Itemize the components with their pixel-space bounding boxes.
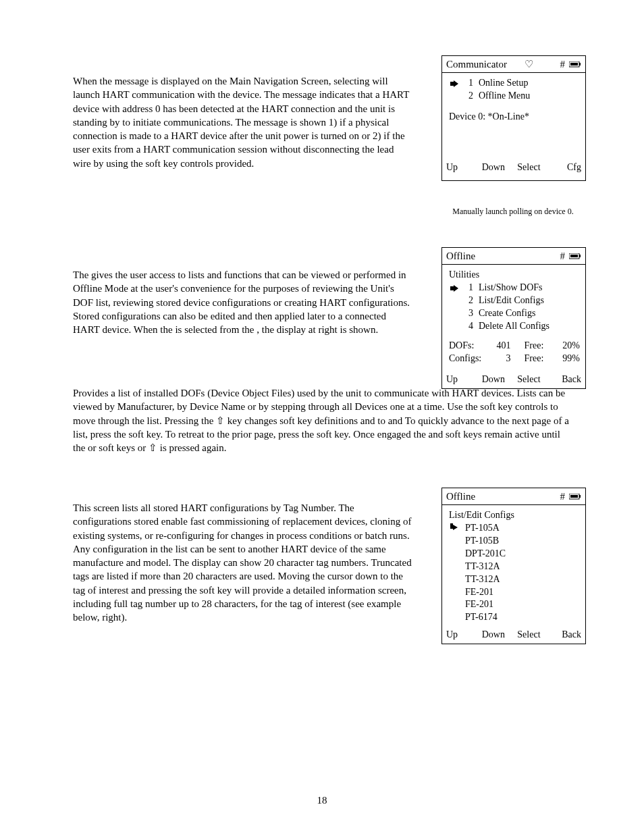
- pointer-icon: [450, 285, 460, 292]
- menu-item-online-setup[interactable]: Online Setup: [479, 77, 529, 90]
- softkey-down[interactable]: Down: [482, 373, 510, 386]
- softkey-down[interactable]: Down: [482, 161, 510, 174]
- menu-subtitle: Utilities: [448, 269, 580, 282]
- paragraph-2: The gives the user access to lists and f…: [73, 268, 414, 336]
- menu-number: 3: [465, 307, 473, 320]
- hash-symbol: #: [560, 249, 566, 263]
- hash-symbol: #: [560, 57, 566, 71]
- device-screen-communicator: Communicator ♡ # 1 Online Setup 2 Offlin…: [441, 55, 586, 181]
- svg-rect-1: [570, 63, 578, 66]
- battery-icon: [569, 249, 581, 263]
- config-item[interactable]: PT-105B: [450, 535, 580, 548]
- screen-title: Communicator: [446, 57, 520, 71]
- softkey-cfg[interactable]: Cfg: [553, 161, 581, 174]
- config-item[interactable]: DPT-201C: [450, 548, 580, 561]
- hash-symbol: #: [560, 490, 566, 503]
- menu-item-list-configs[interactable]: List/Edit Configs: [479, 294, 544, 307]
- battery-icon: [569, 490, 581, 503]
- figure-caption: Manually launch polling on device 0.: [441, 206, 585, 217]
- svg-rect-11: [570, 495, 578, 498]
- paragraph-4: This screen lists all stored HART config…: [73, 501, 414, 624]
- menu-number: 1: [465, 282, 473, 294]
- paragraph-3: Provides a list of installed DOFs (Devic…: [73, 386, 572, 454]
- menu-number: 2: [465, 294, 473, 307]
- screen-title: Offline: [446, 249, 556, 263]
- svg-rect-3: [450, 82, 454, 86]
- config-item[interactable]: TT-312A: [450, 573, 580, 586]
- device-status: Device 0: *On-Line*: [448, 111, 580, 124]
- softkey-back[interactable]: Back: [553, 629, 581, 642]
- config-item[interactable]: FE-201: [450, 598, 580, 611]
- stats-dofs: DOFs:401 Free:20%: [448, 340, 580, 353]
- pointer-icon: [450, 80, 460, 87]
- softkey-select[interactable]: Select: [517, 629, 545, 642]
- battery-icon: [569, 57, 581, 71]
- softkey-up[interactable]: Up: [446, 373, 475, 386]
- menu-number: 4: [465, 320, 473, 333]
- page-number: 18: [0, 793, 644, 807]
- menu-item-list-dofs[interactable]: List/Show DOFs: [479, 282, 543, 294]
- config-item[interactable]: PT-105A: [450, 522, 580, 535]
- paragraph-1: When the message is displayed on the Mai…: [73, 74, 414, 170]
- softkey-select[interactable]: Select: [517, 373, 545, 386]
- config-item[interactable]: FE-201: [450, 586, 580, 599]
- softkey-up[interactable]: Up: [446, 161, 475, 174]
- menu-item-create-configs[interactable]: Create Configs: [479, 307, 535, 320]
- menu-item-offline-menu[interactable]: Offline Menu: [479, 90, 530, 103]
- heart-icon: ♡: [525, 57, 533, 71]
- config-item[interactable]: PT-6174: [450, 611, 580, 624]
- device-screen-list-configs: Offline # List/Edit Configs PT-105A PT-1…: [441, 488, 586, 644]
- device-screen-offline-utilities: Offline # Utilities 1 List/Show DOFs 2Li…: [441, 247, 586, 389]
- svg-marker-9: [454, 285, 458, 292]
- menu-subtitle: List/Edit Configs: [448, 509, 580, 522]
- menu-number: 2: [465, 90, 473, 103]
- svg-rect-12: [579, 495, 581, 498]
- svg-rect-2: [579, 63, 581, 66]
- softkey-up[interactable]: Up: [446, 629, 475, 642]
- svg-rect-6: [570, 255, 578, 257]
- config-item[interactable]: TT-312A: [450, 561, 580, 573]
- menu-number: 1: [465, 77, 473, 90]
- svg-rect-7: [579, 255, 581, 257]
- stats-configs: Configs:3 Free:99%: [448, 353, 580, 365]
- softkey-back[interactable]: Back: [553, 373, 581, 386]
- svg-rect-8: [450, 286, 454, 290]
- softkey-select[interactable]: Select: [517, 161, 545, 174]
- screen-title: Offline: [446, 490, 556, 503]
- softkey-down[interactable]: Down: [482, 629, 510, 642]
- menu-item-delete-configs[interactable]: Delete All Configs: [479, 320, 549, 333]
- svg-marker-4: [454, 80, 458, 87]
